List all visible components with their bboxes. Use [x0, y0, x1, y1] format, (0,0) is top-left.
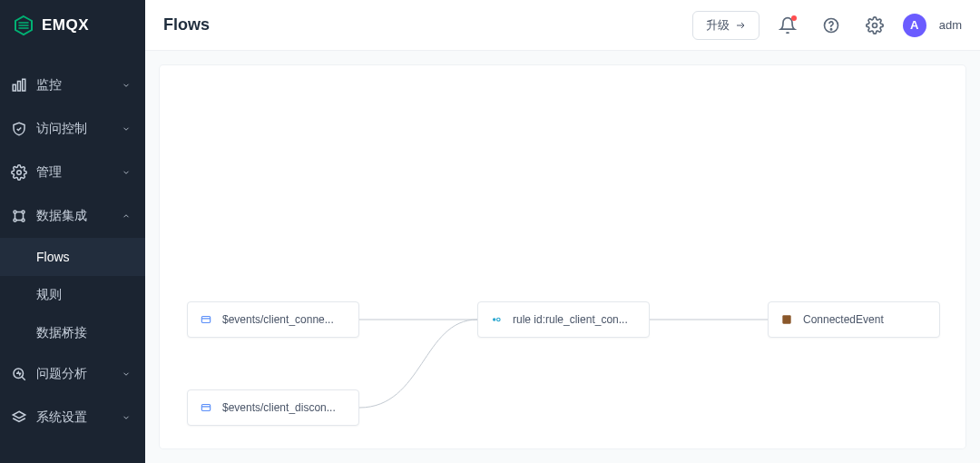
flow-node-event-disconnected[interactable]: $events/client_discon...: [187, 389, 359, 426]
sidebar-item-system[interactable]: 系统设置: [0, 396, 145, 439]
svg-point-5: [22, 211, 24, 213]
svg-marker-10: [13, 411, 25, 419]
sidebar-subitem-data-bridge[interactable]: 数据桥接: [0, 314, 145, 352]
svg-point-6: [14, 219, 16, 222]
arrow-right-icon: [735, 20, 746, 31]
sidebar-subitem-label: 数据桥接: [36, 325, 87, 341]
flow-canvas[interactable]: $events/client_conne... $events/client_d…: [160, 65, 965, 448]
svg-point-19: [493, 318, 496, 321]
main-area: Flows 升级 A adm: [145, 0, 980, 463]
event-icon: [199, 312, 213, 327]
svg-rect-1: [18, 82, 21, 92]
gear-icon: [866, 16, 884, 34]
hexagon-logo-icon: [13, 15, 34, 36]
sidebar-item-label: 访问控制: [36, 121, 87, 137]
flow-node-event-connected[interactable]: $events/client_conne...: [187, 301, 359, 338]
user-avatar-initial: A: [910, 18, 918, 32]
sidebar-item-diagnose[interactable]: 问题分析: [0, 352, 145, 396]
help-icon: [822, 16, 840, 34]
help-button[interactable]: [816, 10, 847, 41]
svg-rect-15: [201, 317, 210, 323]
notifications-button[interactable]: [772, 10, 803, 41]
flow-node-label: rule id:rule_client_con...: [513, 313, 628, 326]
sidebar-nav: 监控 访问控制 管理: [0, 51, 145, 439]
sidebar-item-access-control[interactable]: 访问控制: [0, 107, 145, 151]
gear-icon: [11, 164, 27, 181]
sidebar-item-integration[interactable]: 数据集成: [0, 194, 145, 238]
chevron-down-icon: [122, 81, 131, 90]
sidebar-item-label: 问题分析: [36, 366, 87, 382]
page-title: Flows: [163, 15, 210, 34]
flow-node-sink[interactable]: ConnectedEvent: [768, 301, 940, 338]
svg-rect-2: [23, 79, 25, 91]
rule-icon: [489, 312, 504, 327]
sidebar-item-label: 数据集成: [36, 208, 87, 224]
diagnose-icon: [11, 366, 27, 382]
flow-canvas-wrapper: $events/client_conne... $events/client_d…: [145, 51, 980, 463]
brand-name: EMQX: [42, 16, 89, 34]
svg-point-4: [14, 211, 16, 213]
flow-node-label: $events/client_conne...: [222, 313, 334, 326]
chevron-down-icon: [122, 124, 131, 133]
svg-point-20: [497, 318, 501, 321]
sidebar-item-label: 管理: [36, 164, 62, 181]
monitor-icon: [11, 77, 27, 94]
edge-n2-n3: [359, 320, 477, 408]
sidebar-item-label: 系统设置: [36, 409, 87, 426]
brand-logo[interactable]: EMQX: [0, 0, 145, 51]
sidebar-subitem-label: Flows: [36, 250, 70, 264]
svg-rect-17: [201, 405, 210, 411]
shield-icon: [11, 121, 27, 137]
flow-node-rule[interactable]: rule id:rule_client_con...: [477, 301, 650, 338]
svg-point-3: [17, 171, 22, 175]
chevron-down-icon: [122, 168, 131, 177]
header: Flows 升级 A adm: [145, 0, 980, 51]
flow-node-label: ConnectedEvent: [803, 313, 884, 326]
settings-button[interactable]: [859, 10, 890, 41]
event-icon: [199, 400, 213, 415]
chevron-down-icon: [122, 413, 131, 422]
sidebar-subitem-flows[interactable]: Flows: [0, 238, 145, 276]
user-name: adm: [939, 18, 962, 32]
sidebar-item-management[interactable]: 管理: [0, 151, 145, 194]
layers-icon: [11, 409, 27, 426]
svg-point-14: [872, 23, 877, 27]
sidebar-item-label: 监控: [36, 77, 62, 94]
sidebar-item-monitor[interactable]: 监控: [0, 64, 145, 107]
svg-rect-0: [13, 84, 15, 91]
upgrade-button[interactable]: 升级: [692, 11, 760, 40]
integration-icon: [11, 208, 27, 224]
chevron-down-icon: [122, 369, 131, 379]
notification-dot-icon: [791, 15, 797, 21]
flow-node-label: $events/client_discon...: [222, 401, 336, 414]
svg-line-9: [22, 377, 25, 380]
svg-rect-21: [782, 315, 790, 323]
sidebar-subitem-rules[interactable]: 规则: [0, 276, 145, 314]
svg-point-13: [830, 28, 831, 29]
sidebar-subitem-label: 规则: [36, 287, 62, 303]
sink-icon: [779, 312, 794, 327]
upgrade-button-label: 升级: [706, 17, 730, 34]
chevron-up-icon: [122, 212, 131, 221]
svg-point-7: [22, 219, 24, 222]
user-avatar[interactable]: A: [903, 14, 926, 37]
sidebar: EMQX 监控 访问控制: [0, 0, 145, 463]
